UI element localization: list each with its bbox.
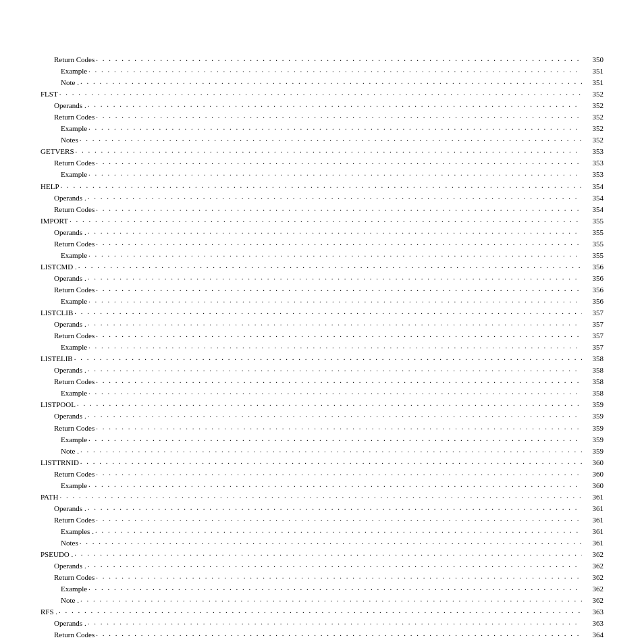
toc-entry-page: 353 bbox=[583, 157, 603, 169]
toc-entry-label: PATH bbox=[41, 491, 59, 503]
toc-entry-label: Operands . bbox=[41, 319, 86, 330]
toc-entry-dots bbox=[59, 605, 582, 616]
toc-entry-page: 362 bbox=[583, 583, 603, 595]
toc-entry-page: 360 bbox=[583, 457, 603, 468]
toc-entry-dots bbox=[96, 110, 582, 122]
toc-entry-page: 353 bbox=[583, 146, 603, 157]
toc-entry-label: IMPORT bbox=[41, 215, 68, 227]
toc-entry-page: 359 bbox=[583, 423, 603, 434]
toc-entry-label: Operands . bbox=[41, 618, 86, 629]
toc-entry-dots bbox=[80, 444, 582, 456]
toc-entry-dots bbox=[78, 260, 582, 271]
toc-entry-dots bbox=[96, 421, 582, 433]
toc-entry-page: 354 bbox=[583, 192, 603, 204]
toc-entry-page: 356 bbox=[583, 284, 603, 296]
toc-entry-dots bbox=[88, 167, 582, 179]
toc-entry-dots bbox=[74, 547, 582, 559]
toc-entry-dots bbox=[88, 386, 582, 398]
toc-entry-page: 362 bbox=[583, 595, 603, 606]
toc-entry-page: 356 bbox=[583, 296, 603, 307]
toc-entry-label: RFS . bbox=[41, 606, 57, 618]
toc-entry-label: LISTELIB bbox=[41, 353, 73, 365]
toc-entry-dots bbox=[96, 53, 582, 64]
toc-entry-dots bbox=[88, 64, 582, 76]
toc-entry-dots bbox=[88, 122, 582, 133]
toc-entry-page: 361 bbox=[583, 514, 603, 526]
toc-entry-dots bbox=[88, 502, 582, 513]
toc-entry-label: Operands . bbox=[41, 560, 86, 572]
toc-entry-dots bbox=[96, 467, 582, 479]
toc-entry-label: Operands . bbox=[41, 100, 86, 111]
toc-entry-label: Return Codes bbox=[41, 514, 95, 526]
toc-entry-dots bbox=[80, 76, 582, 87]
toc-entry-page: 361 bbox=[583, 537, 603, 549]
toc-entry-dots bbox=[88, 340, 582, 352]
toc-entry-dots bbox=[88, 317, 582, 329]
toc-entry-label: Notes bbox=[41, 537, 78, 549]
toc-entry-dots bbox=[96, 237, 582, 248]
toc-entry-dots bbox=[88, 294, 582, 306]
toc-entry-page: 357 bbox=[583, 342, 603, 353]
toc-entry-dots bbox=[80, 456, 582, 467]
toc-entry-dots bbox=[80, 639, 582, 644]
toc-entry-dots bbox=[88, 409, 582, 421]
toc-entry-dots bbox=[88, 616, 582, 628]
toc-entry-page: 352 bbox=[583, 134, 603, 146]
toc-entry-page: 357 bbox=[583, 307, 603, 319]
toc-entry-label: Return Codes bbox=[41, 330, 95, 342]
toc-entry-label: Note . bbox=[41, 446, 79, 457]
toc-entry-dots bbox=[88, 582, 582, 593]
toc-entry-dots bbox=[74, 306, 582, 317]
toc-entry-label: Operands . bbox=[41, 192, 86, 204]
toc-entry-label: Return Codes bbox=[41, 54, 95, 65]
toc-entry-page: 361 bbox=[583, 503, 603, 514]
toc-entry-page: 363 bbox=[583, 618, 603, 629]
toc-entry-page: 355 bbox=[583, 215, 603, 227]
toc-entry-label: Return Codes bbox=[41, 111, 95, 123]
toc-entry-page: 363 bbox=[583, 606, 603, 618]
toc-entry-page: 356 bbox=[583, 273, 603, 284]
toc-entry-dots bbox=[88, 363, 582, 375]
toc-entry-label: FLST bbox=[41, 88, 58, 100]
toc-entry-label: LISTCMD . bbox=[41, 261, 77, 273]
toc-entry-page: 361 bbox=[583, 491, 603, 503]
toc-entry-label: Return Codes bbox=[41, 238, 95, 250]
toc-entry-label: Operands . bbox=[41, 365, 86, 376]
toc-entry-dots bbox=[76, 144, 583, 156]
toc-entry-label: Return Codes bbox=[41, 572, 95, 583]
toc-entry-dots bbox=[88, 479, 582, 490]
toc-entry-page: 359 bbox=[583, 434, 603, 446]
toc-entry-page: 356 bbox=[583, 261, 603, 273]
toc-entry-label: LISTTRNID bbox=[41, 457, 79, 468]
toc-entry-dots bbox=[96, 329, 582, 340]
toc-entry-dots bbox=[96, 375, 582, 386]
toc-entry-label: Return Codes bbox=[41, 157, 95, 169]
toc-entry-page: 352 bbox=[583, 88, 603, 100]
toc-entry-label: Return Codes bbox=[41, 376, 95, 387]
toc-entry-page: 353 bbox=[583, 169, 603, 180]
toc-entry-dots bbox=[96, 283, 582, 294]
toc-entry-label: LISTCLIB bbox=[41, 307, 73, 319]
toc-entry: Note .365 bbox=[41, 641, 603, 644]
toc-entry-label: Operands . bbox=[41, 273, 86, 284]
toc-entry-dots bbox=[77, 398, 582, 409]
toc-entry-dots bbox=[88, 433, 582, 444]
toc-entry-page: 358 bbox=[583, 387, 603, 399]
toc-entry-dots bbox=[96, 203, 582, 214]
toc-entry-page: 350 bbox=[583, 54, 603, 65]
toc-entry-label: Operands . bbox=[41, 410, 86, 422]
toc-entry-page: 358 bbox=[583, 365, 603, 376]
toc-entry-dots bbox=[59, 87, 582, 99]
toc-entry-dots bbox=[96, 628, 582, 639]
toc-entry-page: 352 bbox=[583, 100, 603, 111]
toc-entry-page: 358 bbox=[583, 376, 603, 387]
toc-entry-dots bbox=[74, 352, 582, 363]
toc-entry-page: 355 bbox=[583, 238, 603, 250]
toc-entry-dots bbox=[96, 156, 582, 167]
toc-entry-label: LISTPOOL bbox=[41, 399, 76, 410]
toc-entry-label: GETVERS bbox=[41, 146, 74, 157]
toc-entry-label: Note . bbox=[41, 641, 79, 644]
toc-entry-dots bbox=[88, 271, 582, 283]
toc-entry-page: 359 bbox=[583, 410, 603, 422]
toc-entry-label: PSEUDO . bbox=[41, 549, 73, 560]
